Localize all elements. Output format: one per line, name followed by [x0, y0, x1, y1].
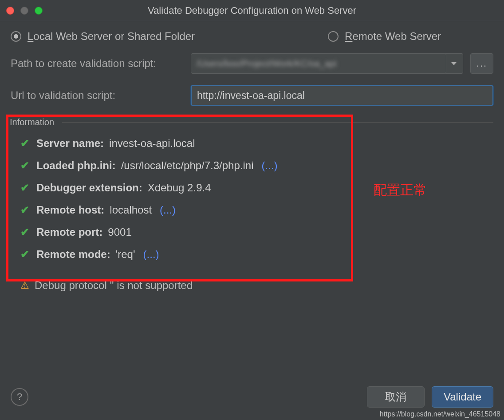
check-icon: ✔ [20, 182, 31, 194]
check-icon: ✔ [20, 204, 31, 216]
url-label: Url to validation script: [11, 89, 184, 102]
divider [62, 122, 493, 123]
path-value: /Users/boo/Project/Work/KC/oa_api [197, 59, 336, 69]
path-dropdown[interactable] [445, 53, 463, 74]
warning-text: Debug protocol '' is not supported [35, 279, 193, 292]
local-server-label: Local Web Server or Shared Folder [28, 30, 195, 43]
information-legend-row: Information [8, 117, 493, 127]
information-legend: Information [8, 117, 56, 127]
chevron-down-icon [451, 62, 457, 65]
more-link[interactable]: (...) [262, 159, 278, 172]
url-field-wrapper [191, 85, 493, 106]
path-field[interactable]: /Users/boo/Project/Work/KC/oa_api [191, 53, 446, 74]
url-input[interactable] [197, 86, 487, 105]
titlebar: Validate Debugger Configuration on Web S… [0, 0, 504, 21]
check-icon: ✔ [20, 159, 31, 172]
radio-icon [328, 31, 339, 42]
information-section: Information ✔ Server name: invest-oa-api… [11, 117, 493, 292]
path-label: Path to create validation script: [11, 57, 184, 70]
help-button[interactable]: ? [11, 388, 28, 406]
validate-button[interactable]: Validate [432, 386, 493, 408]
check-icon: ✔ [20, 137, 31, 150]
cancel-button[interactable]: 取消 [367, 386, 425, 408]
traffic-lights [6, 7, 43, 15]
watermark: https://blog.csdn.net/weixin_46515048 [380, 410, 500, 418]
info-item-remote-mode: ✔ Remote mode: 'req' (...) [20, 248, 490, 261]
info-item-server-name: ✔ Server name: invest-oa-api.local [20, 137, 490, 150]
warning-row: ⚠ Debug protocol '' is not supported [20, 279, 493, 292]
check-icon: ✔ [20, 248, 31, 261]
path-row: Path to create validation script: /Users… [11, 53, 493, 74]
url-row: Url to validation script: [11, 85, 493, 106]
annotation-label: 配置正常 [374, 181, 427, 199]
server-type-row: Local Web Server or Shared Folder Remote… [11, 30, 493, 43]
button-row: 取消 Validate [367, 386, 493, 408]
info-item-remote-port: ✔ Remote port: 9001 [20, 226, 490, 238]
more-link[interactable]: (...) [160, 204, 176, 216]
radio-icon [11, 31, 21, 42]
browse-button[interactable]: ... [470, 53, 493, 74]
local-server-radio[interactable]: Local Web Server or Shared Folder [11, 30, 195, 43]
zoom-window-button[interactable] [35, 7, 43, 15]
window-title: Validate Debugger Configuration on Web S… [0, 5, 504, 16]
info-item-php-ini: ✔ Loaded php.ini: /usr/local/etc/php/7.3… [20, 159, 490, 172]
remote-server-label: Remote Web Server [345, 30, 441, 43]
info-item-remote-host: ✔ Remote host: localhost (...) [20, 204, 490, 216]
more-link[interactable]: (...) [143, 248, 159, 261]
close-window-button[interactable] [6, 7, 14, 15]
check-icon: ✔ [20, 226, 31, 238]
dialog-footer: ? 取消 Validate [0, 386, 504, 408]
remote-server-radio[interactable]: Remote Web Server [328, 30, 441, 43]
information-list: ✔ Server name: invest-oa-api.local ✔ Loa… [11, 127, 493, 272]
warning-icon: ⚠ [20, 280, 29, 291]
minimize-window-button [20, 7, 28, 15]
